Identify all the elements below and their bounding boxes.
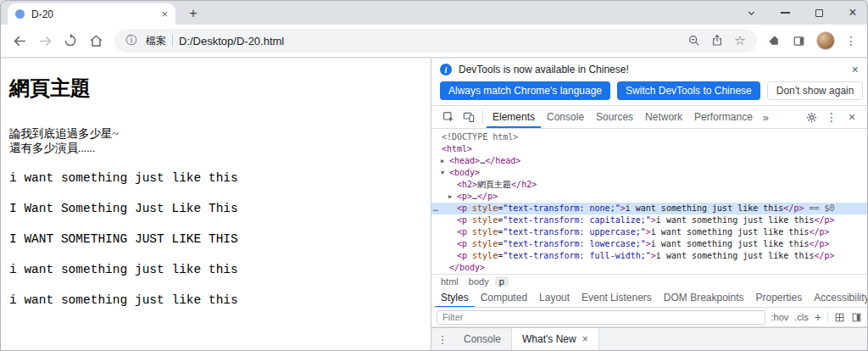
- drawer-tab-console[interactable]: Console: [453, 328, 511, 350]
- match-language-button[interactable]: Always match Chrome's language: [440, 81, 610, 100]
- new-tab-button[interactable]: +: [184, 4, 203, 23]
- page-info-icon[interactable]: ⓘ: [123, 33, 140, 48]
- expand-arrow-icon[interactable]: ▶: [441, 155, 444, 167]
- element-classes-button[interactable]: .cls: [794, 312, 809, 322]
- code-token: == $0: [804, 203, 834, 213]
- grid-icon[interactable]: [834, 312, 845, 323]
- back-button[interactable]: [8, 29, 31, 53]
- code-token: <p: [457, 215, 472, 225]
- dom-tree-row[interactable]: <p style="text-transform: full-width;">i…: [431, 250, 867, 262]
- dom-tree-row[interactable]: <h2>網頁主題</h2>: [431, 179, 867, 191]
- breadcrumb-p[interactable]: p: [495, 276, 509, 287]
- extensions-puzzle-icon[interactable]: [767, 34, 782, 48]
- tab-title: D-20: [31, 8, 154, 20]
- dom-tree-row[interactable]: ▶<head>…</head>: [431, 155, 867, 167]
- maximize-button[interactable]: [813, 7, 825, 19]
- breadcrumb-html[interactable]: html: [437, 276, 463, 287]
- breadcrumb-body[interactable]: body: [465, 276, 493, 287]
- dom-tree-row[interactable]: <p style="text-transform: lowercase;">i …: [431, 238, 867, 250]
- tab-close-icon[interactable]: ×: [161, 8, 168, 20]
- styles-filter-input[interactable]: [437, 310, 765, 325]
- tab-network[interactable]: Network: [639, 106, 688, 128]
- code-token: <p: [457, 239, 472, 248]
- code-token: <h2>: [457, 180, 477, 189]
- drawer-tab-close-icon[interactable]: ×: [582, 333, 588, 345]
- more-tabs-icon[interactable]: »: [759, 111, 773, 124]
- tab-elements[interactable]: Elements: [487, 106, 541, 128]
- code-token: 網頁主題: [477, 180, 511, 189]
- code-token: <p>: [457, 192, 472, 201]
- code-token: <!DOCTYPE html>: [442, 132, 518, 142]
- transform-line-lowercase: i want something just like this: [9, 263, 431, 277]
- styles-sidebar-tabs: Styles Computed Layout Event Listeners D…: [431, 288, 867, 308]
- toolbar-divider: [482, 110, 483, 124]
- infobar-close-icon[interactable]: ×: [852, 64, 859, 75]
- dock-sidebar-icon[interactable]: [851, 312, 862, 323]
- transform-line-fullwidth: i want something just like this: [9, 293, 431, 308]
- close-window-button[interactable]: ×: [847, 7, 859, 19]
- drawer-menu-icon[interactable]: ⋮: [431, 328, 453, 350]
- tab-search-chevron-icon[interactable]: [745, 7, 757, 19]
- browser-menu-icon[interactable]: ⋮: [845, 34, 857, 47]
- code-token: <html>: [442, 144, 472, 153]
- code-token: i want something just like this: [656, 251, 815, 260]
- minimize-button[interactable]: [779, 7, 791, 19]
- tab-computed[interactable]: Computed: [475, 288, 533, 308]
- toggle-element-state-button[interactable]: :hov: [771, 312, 789, 322]
- dom-tree-row[interactable]: <p style="text-transform: uppercase;">i …: [431, 226, 867, 238]
- dom-tree-row[interactable]: <p style="text-transform: capitalize;">i…: [431, 214, 867, 226]
- tab-console[interactable]: Console: [541, 106, 590, 128]
- zoom-icon[interactable]: [686, 34, 703, 47]
- device-toolbar-icon[interactable]: [459, 106, 479, 128]
- dom-tree-row[interactable]: …<p style="text-transform: none;">i want…: [431, 203, 867, 214]
- tab-styles[interactable]: Styles: [435, 288, 475, 308]
- share-icon[interactable]: [709, 34, 726, 47]
- elements-tree: <!DOCTYPE html><html>▶<head>…</head>▼<bo…: [431, 129, 867, 274]
- tab-sources[interactable]: Sources: [590, 106, 639, 128]
- code-token: <body>: [449, 168, 480, 177]
- reload-icon[interactable]: [58, 29, 82, 53]
- tab-dom-breakpoints[interactable]: DOM Breakpoints: [658, 288, 750, 308]
- code-token: </p>: [814, 215, 834, 225]
- browser-window: D-20 × + × ⓘ 檔案 D:/Desk: [0, 0, 868, 351]
- tab-accessibility[interactable]: Accessibility: [808, 288, 867, 308]
- devtools-infobar: i DevTools is now available in Chinese! …: [431, 58, 867, 79]
- tab-event-listeners[interactable]: Event Listeners: [576, 288, 658, 308]
- dom-tree-row[interactable]: <html>: [431, 143, 867, 155]
- address-separator: [172, 35, 173, 47]
- dom-tree-row[interactable]: ▶<p>…</p>: [431, 191, 867, 203]
- new-style-rule-button[interactable]: +: [815, 310, 821, 324]
- transform-line-none: i want something just like this: [9, 171, 431, 186]
- tab-performance[interactable]: Performance: [688, 106, 759, 128]
- side-panel-icon[interactable]: [792, 34, 806, 48]
- tab-properties[interactable]: Properties: [750, 288, 809, 308]
- styles-filter-row: :hov .cls +: [431, 308, 867, 327]
- dom-tree-row[interactable]: ▼<body>: [431, 167, 867, 179]
- settings-gear-icon[interactable]: [801, 106, 821, 128]
- code-token: i want something just like this: [626, 203, 784, 213]
- intro-line: 還有多少演員......: [9, 141, 431, 155]
- devtools-menu-icon[interactable]: ⋮: [821, 106, 842, 128]
- bookmark-star-icon[interactable]: ☆: [732, 33, 748, 48]
- code-token: "text-transform: lowercase;": [503, 239, 646, 248]
- expand-arrow-open-icon[interactable]: ▼: [441, 167, 444, 179]
- profile-avatar[interactable]: [816, 31, 835, 50]
- code-token: style: [472, 251, 498, 260]
- dom-tree-row[interactable]: <!DOCTYPE html>: [431, 131, 867, 143]
- switch-to-chinese-button[interactable]: Switch DevTools to Chinese: [617, 81, 760, 100]
- inspect-element-icon[interactable]: [438, 106, 459, 128]
- tab-layout[interactable]: Layout: [533, 288, 576, 308]
- address-bar[interactable]: ⓘ 檔案 D:/Desktop/D-20.html ☆: [114, 29, 757, 53]
- dont-show-again-button[interactable]: Don't show again: [767, 81, 864, 100]
- node-menu-icon[interactable]: …: [433, 203, 437, 214]
- expand-arrow-icon[interactable]: ▶: [448, 191, 452, 203]
- dom-tree-row[interactable]: </body>: [431, 262, 867, 274]
- browser-tab[interactable]: D-20 ×: [8, 3, 175, 25]
- home-icon[interactable]: [84, 29, 108, 53]
- page-heading: 網頁主題: [9, 76, 431, 100]
- drawer-tab-whats-new[interactable]: What's New ×: [511, 328, 599, 350]
- forward-button[interactable]: [33, 29, 57, 53]
- code-token: style: [472, 215, 498, 225]
- devtools-close-icon[interactable]: ×: [842, 106, 862, 128]
- browser-titlebar: D-20 × + ×: [1, 1, 867, 25]
